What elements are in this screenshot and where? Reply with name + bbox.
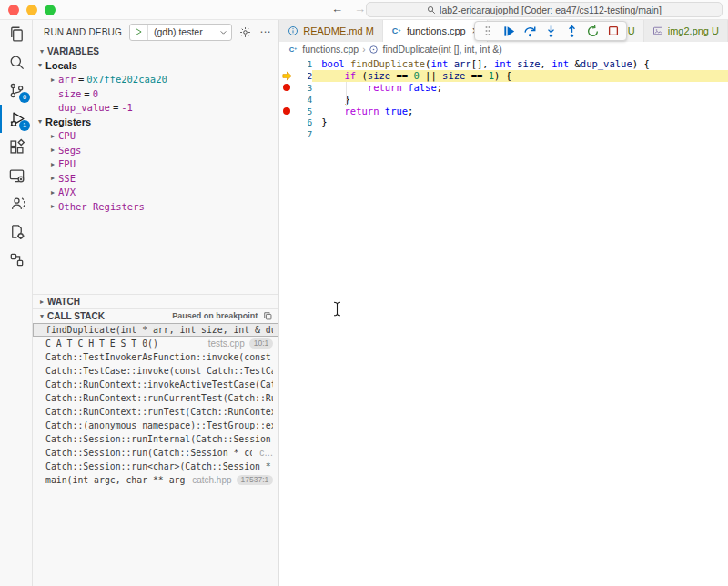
breakpoint-icon[interactable] xyxy=(279,82,294,94)
code-line[interactable]: 7 xyxy=(279,128,728,140)
variables-avx-row[interactable]: ▸AVX xyxy=(33,186,278,200)
tab-img2-png[interactable]: img2.png U xyxy=(644,20,728,42)
variables-other-registers-row[interactable]: ▸Other Registers xyxy=(33,199,278,214)
watch-section-header[interactable]: ▸ WATCH xyxy=(33,294,278,308)
stack-frame[interactable]: Catch::RunContext::runCurrentTest(Catch:… xyxy=(33,391,278,405)
variables-sse-row[interactable]: ▸SSE xyxy=(33,171,278,186)
stack-frame[interactable]: C_A_T_C_H_T_E_S_T_0()tests.cpp10:1 xyxy=(33,337,278,350)
maximize-window-button[interactable] xyxy=(45,5,56,15)
stack-frame-label: C_A_T_C_H_T_E_S_T_0() xyxy=(46,338,158,349)
run-and-debug-icon[interactable]: 1 xyxy=(0,105,33,133)
code-editor[interactable]: 1bool findDuplicate(int arr[], int size,… xyxy=(279,56,728,586)
code-line[interactable]: 5 return true; xyxy=(279,106,728,117)
variables-segs-row[interactable]: ▸Segs xyxy=(33,143,278,157)
variable-value: 0x7ffe202caa20 xyxy=(86,74,167,85)
restart-button[interactable] xyxy=(583,22,602,40)
register-group-label: Segs xyxy=(58,145,81,156)
gutter xyxy=(279,116,294,128)
code-text: return false; xyxy=(321,82,728,94)
chevron-collapsed-icon: ▸ xyxy=(47,132,58,140)
stack-frame[interactable]: Catch::TestInvokerAsFunction::invoke(con… xyxy=(33,350,278,364)
variable-row[interactable]: ▸arr=0x7ffe202caa20 xyxy=(33,73,278,87)
code-line[interactable]: 1bool findDuplicate(int arr[], int size,… xyxy=(279,58,728,70)
source-control-icon[interactable]: 6 xyxy=(0,76,33,105)
line-number: 5 xyxy=(294,106,312,117)
minimize-window-button[interactable] xyxy=(26,5,37,15)
stop-button[interactable] xyxy=(604,22,622,40)
toolbar-drag-handle[interactable] xyxy=(479,22,497,40)
copy-call-stack-icon[interactable] xyxy=(263,311,273,321)
variables-section-header[interactable]: ▾ VARIABLES xyxy=(33,44,278,58)
register-group-label: Other Registers xyxy=(58,201,145,212)
stack-frame-label: Catch::Session::runInternal(Catch::Sessi… xyxy=(46,434,273,444)
stack-frame[interactable]: Catch::TestCase::invoke(const Catch::Tes… xyxy=(33,364,278,378)
variables-registers-row[interactable]: ▾Registers xyxy=(33,115,278,129)
stack-frame[interactable]: findDuplicate(int * arr, int size, int &… xyxy=(33,323,278,337)
window-title: lab2-ericaraujophd [Coder: ea47/cs112-te… xyxy=(440,5,662,15)
stack-frame[interactable]: Catch::Session::run(Catch::Session * con… xyxy=(33,446,278,460)
stack-frame-file: c… xyxy=(252,448,273,458)
chevron-collapsed-icon: ▸ xyxy=(47,174,58,182)
step-into-button[interactable] xyxy=(541,22,560,40)
live-share-icon[interactable] xyxy=(0,189,33,217)
more-actions-icon[interactable]: ⋯ xyxy=(259,25,271,38)
paused-status-text: Paused on breakpoint xyxy=(172,311,258,320)
close-window-button[interactable] xyxy=(8,5,19,15)
stack-frame-label: Catch::Session::run(Catch::Session * con… xyxy=(46,448,252,458)
variables-fpu-row[interactable]: ▸FPU xyxy=(33,157,278,172)
remote-explorer-icon[interactable] xyxy=(0,161,33,189)
call-stack-section-header[interactable]: ▾ CALL STACK Paused on breakpoint xyxy=(33,308,278,323)
launch-config-label: (gdb) tester xyxy=(148,26,215,37)
chevron-down-icon xyxy=(215,28,231,36)
code-line[interactable]: 6} xyxy=(279,116,728,128)
breakpoint-icon[interactable] xyxy=(279,106,294,117)
stack-frame[interactable]: Catch::RunContext::invokeActiveTestCase(… xyxy=(33,378,278,391)
stack-frame[interactable]: main(int argc, char ** argv)catch.hpp175… xyxy=(33,473,278,487)
command-center[interactable]: lab2-ericaraujophd [Coder: ea47/cs112-te… xyxy=(366,2,723,17)
variable-value: -1 xyxy=(121,102,133,113)
stack-frame[interactable]: Catch::Session::runInternal(Catch::Sessi… xyxy=(33,432,278,446)
chevron-expanded-icon: ▾ xyxy=(35,61,46,69)
tab-readme-md[interactable]: README.md M xyxy=(279,20,383,42)
line-number: 3 xyxy=(294,82,312,94)
activity-bar: 61 xyxy=(0,20,33,586)
stack-frame[interactable]: Catch::RunContext::runTest(Catch::RunCon… xyxy=(33,405,278,419)
tab-label: functions.cpp xyxy=(407,25,466,36)
nav-forward-icon[interactable]: → xyxy=(354,2,366,15)
step-over-button[interactable] xyxy=(521,22,539,40)
breadcrumb-symbol[interactable]: findDuplicate(int [], int, int &) xyxy=(382,44,501,55)
nav-back-icon[interactable]: ← xyxy=(331,2,343,15)
code-text: bool findDuplicate(int arr[], int size, … xyxy=(321,58,728,70)
start-debug-button[interactable] xyxy=(130,25,148,40)
variable-row[interactable]: dup_value=-1 xyxy=(33,101,278,116)
tab-functions-cpp[interactable]: C+functions.cpp× xyxy=(383,20,488,42)
file-settings-icon[interactable] xyxy=(0,217,33,246)
explorer-icon[interactable] xyxy=(0,20,33,48)
variable-row[interactable]: size=0 xyxy=(33,86,278,101)
chevron-expanded-icon: ▾ xyxy=(36,47,47,56)
variables-cpu-row[interactable]: ▸CPU xyxy=(33,129,278,144)
scope-label: Registers xyxy=(46,116,91,127)
stack-frame[interactable]: Catch::(anonymous namespace)::TestGroup:… xyxy=(33,419,278,432)
launch-config-select[interactable]: (gdb) tester xyxy=(129,24,232,41)
chevron-collapsed-icon: ▸ xyxy=(47,146,58,154)
stack-frame-label: findDuplicate(int * arr, int size, int &… xyxy=(46,325,273,335)
extensions-icon[interactable] xyxy=(0,133,33,161)
references-icon[interactable] xyxy=(0,246,33,274)
variables-locals-row[interactable]: ▾Locals xyxy=(33,58,278,73)
breadcrumb-separator-icon: › xyxy=(362,45,365,55)
git-status-letter: M xyxy=(363,25,374,36)
stack-frame[interactable]: Catch::Session::run<char>(Catch::Session… xyxy=(33,460,278,473)
stack-frame-label: Catch::TestInvokerAsFunction::invoke(con… xyxy=(46,352,273,362)
gutter-gap xyxy=(312,106,321,117)
search-icon[interactable] xyxy=(0,48,33,76)
debug-settings-gear-icon[interactable] xyxy=(239,26,251,38)
code-text: if (size == 0 || size == 1) { xyxy=(321,70,728,82)
step-out-button[interactable] xyxy=(562,22,581,40)
variables-empty-space xyxy=(33,214,278,294)
breadcrumb-file[interactable]: functions.cpp xyxy=(302,44,359,55)
code-line[interactable]: 2 if (size == 0 || size == 1) { xyxy=(279,70,728,82)
continue-button[interactable] xyxy=(500,22,518,40)
current-statement-arrow-icon[interactable] xyxy=(279,70,294,82)
window-controls[interactable] xyxy=(8,5,56,15)
